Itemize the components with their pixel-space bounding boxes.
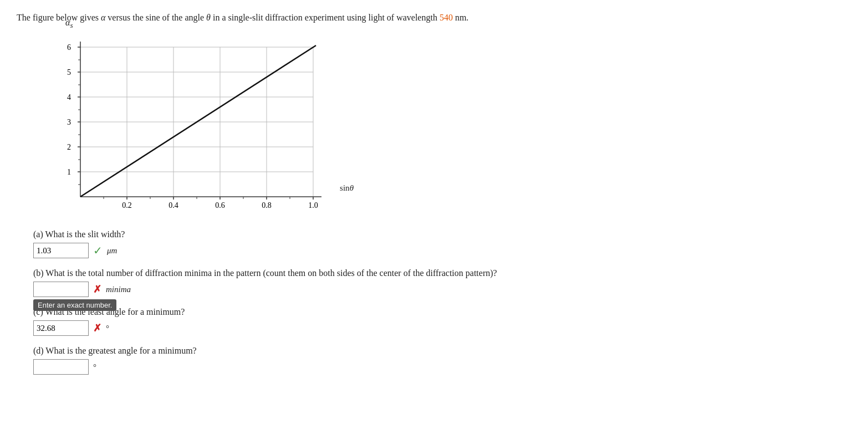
svg-text:0.4: 0.4 [169,201,178,210]
question-a-input[interactable] [33,243,89,258]
svg-text:5: 5 [67,68,71,76]
wavelength-value: 540 [440,13,453,22]
svg-text:1.0: 1.0 [308,201,318,210]
question-d-answer-row: ° [33,359,851,375]
question-b-block: (b) What is the total number of diffract… [33,268,851,297]
question-b-input[interactable] [33,282,89,297]
question-d-input[interactable] [33,359,89,375]
svg-text:0.8: 0.8 [262,201,272,210]
tooltip-b: Enter an exact number. [33,299,116,311]
check-icon-a: ✓ [93,244,103,257]
question-c-unit: ° [106,324,109,333]
question-a-unit: μm [107,246,117,256]
svg-text:1: 1 [67,168,71,176]
question-a-block: (a) What is the slit width? ✓ μm [33,229,851,258]
graph-svg: 1 2 3 4 5 6 0.2 0.4 0.6 0.8 1.0 [50,33,338,222]
graph-area: αs sinθ 1 2 [50,33,327,211]
svg-text:0.6: 0.6 [215,201,225,210]
question-d-block: (d) What is the greatest angle for a min… [33,346,851,375]
question-d-unit: ° [93,362,96,372]
questions-section: (a) What is the slit width? ✓ μm (b) Wha… [33,229,851,375]
question-c-input[interactable] [33,320,89,336]
x-icon-b: ✗ [93,283,101,295]
question-a-label: (a) What is the slit width? [33,229,851,239]
svg-text:3: 3 [67,118,71,126]
graph-container: αs sinθ 1 2 [50,33,327,211]
question-b-label: (b) What is the total number of diffract… [33,268,851,278]
x-icon-c: ✗ [93,322,101,334]
y-axis-label: αs [65,18,73,30]
x-axis-label: sinθ [340,183,354,193]
problem-intro: The figure below gives α versus the sine… [17,11,851,24]
svg-text:6: 6 [67,43,71,52]
svg-text:0.2: 0.2 [122,201,132,210]
question-d-label: (d) What is the greatest angle for a min… [33,346,851,356]
svg-line-46 [80,45,316,197]
question-a-answer-row: ✓ μm [33,243,851,258]
question-b-answer-row: ✗ minima Enter an exact number. [33,282,851,297]
svg-text:4: 4 [67,93,71,101]
wavelength-unit: nm. [453,13,468,22]
question-b-unit: minima [106,285,131,294]
question-c-block: (c) What is the least angle for a minimu… [33,307,851,336]
question-c-answer-row: ✗ ° [33,320,851,336]
svg-text:2: 2 [67,143,71,151]
question-c-label: (c) What is the least angle for a minimu… [33,307,851,317]
